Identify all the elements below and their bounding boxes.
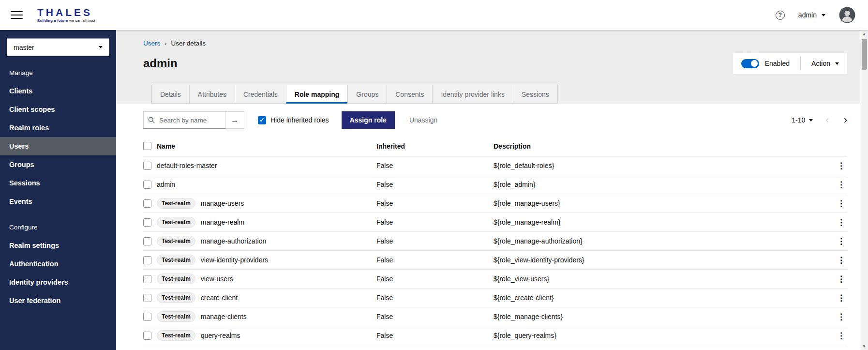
role-name-wrap: admin bbox=[157, 181, 376, 188]
row-name-cell: Test-realm manage-clients bbox=[157, 307, 376, 326]
kebab-menu-button[interactable]: ⋮ bbox=[835, 161, 847, 171]
scrollbar-down-arrow[interactable]: ▼ bbox=[860, 342, 868, 350]
row-checkbox[interactable] bbox=[143, 218, 151, 227]
unassign-button[interactable]: Unassign bbox=[409, 116, 437, 124]
content-top: Users › User details admin Enabled bbox=[116, 30, 860, 74]
sidebar-item[interactable]: Client scopes bbox=[0, 100, 116, 119]
row-checkbox[interactable] bbox=[143, 275, 151, 283]
row-select-cell bbox=[143, 270, 157, 289]
sidebar-item-label: Events bbox=[9, 198, 32, 205]
row-checkbox[interactable] bbox=[143, 332, 151, 340]
tab[interactable]: Details bbox=[151, 85, 190, 104]
row-checkbox[interactable] bbox=[143, 162, 151, 170]
breadcrumb-link-users[interactable]: Users bbox=[143, 40, 160, 47]
sidebar-item-label: Groups bbox=[9, 161, 34, 168]
row-checkbox[interactable] bbox=[143, 313, 151, 321]
kebab-menu-button[interactable]: ⋮ bbox=[835, 180, 847, 190]
hide-inherited-roles-control[interactable]: ✓ Hide inherited roles bbox=[258, 116, 329, 124]
tab[interactable]: Credentials bbox=[235, 85, 286, 104]
sidebar-item[interactable]: Events bbox=[0, 192, 116, 211]
row-inherited-cell: False bbox=[376, 251, 494, 270]
brand-tagline: Building a future we can all trust bbox=[37, 18, 95, 23]
sidebar-item[interactable]: Realm roles bbox=[0, 119, 116, 137]
hamburger-bar bbox=[11, 18, 23, 19]
kebab-menu-button[interactable]: ⋮ bbox=[835, 236, 847, 246]
scrollbar-up-arrow[interactable]: ▲ bbox=[860, 30, 868, 38]
sidebar-item[interactable]: Users bbox=[0, 137, 116, 155]
avatar[interactable] bbox=[839, 7, 855, 23]
sidebar-item-label: Users bbox=[9, 142, 29, 150]
row-inherited-cell: False bbox=[376, 213, 494, 232]
row-checkbox[interactable] bbox=[143, 237, 151, 245]
toggle-knob bbox=[751, 60, 758, 67]
row-name-cell: admin bbox=[157, 175, 376, 194]
row-select-cell bbox=[143, 232, 157, 251]
hamburger-menu-button[interactable] bbox=[11, 11, 23, 19]
realm-selector[interactable]: master bbox=[7, 38, 109, 56]
table-row: Test-realm manage-realm False ${role_man… bbox=[143, 213, 847, 232]
tab[interactable]: Role mapping bbox=[286, 85, 348, 104]
pagination-prev-button[interactable]: ‹ bbox=[825, 115, 829, 125]
sidebar-item[interactable]: Authentication bbox=[0, 255, 116, 273]
search-input[interactable] bbox=[143, 111, 225, 129]
kebab-menu-button[interactable]: ⋮ bbox=[835, 217, 847, 228]
table-row: Test-realm manage-authorization False ${… bbox=[143, 232, 847, 251]
enabled-toggle[interactable] bbox=[741, 59, 759, 68]
row-select-cell bbox=[143, 251, 157, 270]
tab-label: Identity provider links bbox=[441, 91, 505, 98]
vertical-scrollbar[interactable]: ▲ ▼ bbox=[860, 30, 868, 350]
role-name: view-identity-providers bbox=[201, 256, 268, 264]
assign-role-button[interactable]: Assign role bbox=[342, 111, 395, 129]
row-checkbox[interactable] bbox=[143, 256, 151, 264]
row-checkbox[interactable] bbox=[143, 181, 151, 189]
realm-badge: Test-realm bbox=[157, 292, 195, 303]
breadcrumb: Users › User details bbox=[143, 40, 847, 47]
tab[interactable]: Groups bbox=[347, 85, 387, 104]
scrollbar-thumb[interactable] bbox=[862, 39, 867, 70]
action-dropdown[interactable]: Action bbox=[811, 60, 839, 67]
sidebar-item[interactable]: Identity providers bbox=[0, 273, 116, 291]
kebab-menu-button[interactable]: ⋮ bbox=[835, 293, 847, 303]
row-actions-cell: ⋮ bbox=[828, 251, 847, 270]
tab[interactable]: Sessions bbox=[513, 85, 558, 104]
pagination-next-button[interactable]: › bbox=[844, 115, 847, 125]
row-checkbox[interactable] bbox=[143, 294, 151, 302]
role-mapping-table: Name Inherited Description bbox=[143, 136, 847, 345]
sidebar-item[interactable]: Clients bbox=[0, 82, 116, 100]
pagination-range-menu[interactable]: 1-10 bbox=[792, 116, 813, 124]
toolbar: → ✓ Hide inherited roles Assign role Una… bbox=[116, 104, 860, 135]
kebab-menu-button[interactable]: ⋮ bbox=[835, 255, 847, 265]
tab[interactable]: Attributes bbox=[189, 85, 235, 104]
sidebar-item[interactable]: Realm settings bbox=[0, 236, 116, 255]
row-actions-cell: ⋮ bbox=[828, 213, 847, 232]
kebab-menu-button[interactable]: ⋮ bbox=[835, 198, 847, 209]
tab[interactable]: Consents bbox=[387, 85, 433, 104]
help-icon[interactable]: ? bbox=[776, 11, 785, 20]
hide-inherited-checkbox[interactable]: ✓ bbox=[258, 116, 266, 124]
role-name-wrap: Test-realm manage-clients bbox=[157, 311, 376, 322]
user-menu[interactable]: admin bbox=[798, 11, 825, 19]
role-name: default-roles-master bbox=[157, 162, 217, 169]
table-row: Test-realm view-users False ${role_view-… bbox=[143, 270, 847, 289]
kebab-menu-button[interactable]: ⋮ bbox=[835, 312, 847, 322]
sidebar-item[interactable]: Sessions bbox=[0, 174, 116, 192]
kebab-menu-button[interactable]: ⋮ bbox=[835, 274, 847, 284]
sidebar-item[interactable]: User federation bbox=[0, 291, 116, 310]
row-checkbox[interactable] bbox=[143, 199, 151, 208]
row-select-cell bbox=[143, 213, 157, 232]
sidebar-item[interactable]: Groups bbox=[0, 155, 116, 174]
role-name-wrap: Test-realm query-realms bbox=[157, 330, 376, 341]
select-all-checkbox[interactable] bbox=[143, 142, 151, 150]
kebab-menu-button[interactable]: ⋮ bbox=[835, 331, 847, 341]
tab[interactable]: Identity provider links bbox=[432, 85, 513, 104]
search-submit-button[interactable]: → bbox=[225, 111, 244, 129]
realm-badge: Test-realm bbox=[157, 274, 195, 284]
row-inherited-cell: False bbox=[376, 194, 494, 213]
sidebar-item-label: Realm roles bbox=[9, 124, 49, 132]
column-header-actions bbox=[828, 136, 847, 156]
row-actions-cell: ⋮ bbox=[828, 289, 847, 307]
brand-tagline-dark: we can all trust bbox=[69, 18, 95, 23]
row-description-cell: ${role_view-identity-providers} bbox=[494, 251, 828, 270]
row-select-cell bbox=[143, 175, 157, 194]
search-group: → bbox=[143, 111, 244, 129]
